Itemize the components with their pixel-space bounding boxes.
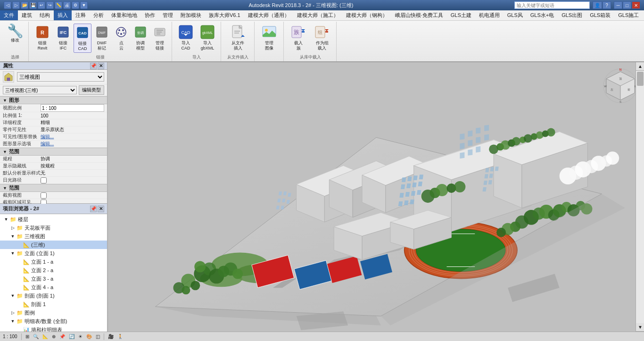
prop-clip-view-check[interactable]	[41, 192, 47, 199]
tree-ceilings[interactable]: ▷ 📁 天花板平面	[0, 224, 107, 232]
menu-addins[interactable]: 附加模块	[177, 10, 205, 20]
menu-gls-soil[interactable]: GLS土建	[447, 10, 475, 20]
ribbon-btn-point-cloud[interactable]: 点云	[112, 24, 130, 52]
section-graphics[interactable]: ▼ 图形	[0, 96, 107, 104]
menu-gls-measure[interactable]: GLS施工	[614, 10, 643, 20]
tree-elevation-4a[interactable]: 📐 立面 4 - a	[0, 283, 107, 291]
prop-visibility-link[interactable]: 编辑...	[41, 133, 54, 140]
tree-sched-1[interactable]: 📊 墙和柱明细表	[0, 325, 107, 332]
status-snap-icon[interactable]: ⊕	[52, 334, 56, 339]
menu-manage[interactable]: 管理	[159, 10, 177, 20]
viewcube[interactable]: 顶 左 前 N E W S	[602, 67, 639, 105]
menu-annotate[interactable]: 注释	[72, 10, 90, 20]
ribbon-btn-link-ifc[interactable]: IFC 链接IFC	[54, 24, 72, 52]
properties-pin[interactable]: 📌	[90, 63, 97, 69]
quick-access-forward[interactable]: ▷	[12, 1, 20, 9]
status-grid-icon[interactable]: ⊞	[25, 334, 29, 339]
tree-sections[interactable]: ▼ 📁 剖面 (剖面 1)	[0, 291, 107, 300]
tree-3d-view-item[interactable]: 📐 (三维)	[0, 241, 107, 249]
scroll-top[interactable]: ▲	[636, 62, 644, 71]
tree-elevation-3a[interactable]: 📐 立面 3 - a	[0, 274, 107, 283]
menu-collaborate[interactable]: 协作	[141, 10, 159, 20]
tree-elevations[interactable]: ▼ 📁 立面 (立面 1)	[0, 249, 107, 258]
menu-mnt-free[interactable]: 峨眉山快模·免费工具	[391, 10, 447, 20]
prop-type-select[interactable]: 三维视图	[17, 72, 104, 82]
menu-gls-box[interactable]: GLS箱装	[586, 10, 614, 20]
menu-arch-str[interactable]: 建模大师（钢构）	[342, 10, 391, 20]
tree-schedules[interactable]: ▼ 📁 明细表/数量 (全部)	[0, 317, 107, 325]
scroll-track[interactable]	[636, 71, 644, 323]
view-selector[interactable]: 三维视图:(三维)	[3, 86, 77, 94]
prop-view-scale-input[interactable]	[41, 104, 104, 112]
menu-insert[interactable]: 插入	[54, 10, 72, 20]
minimize-button[interactable]: ─	[614, 1, 622, 9]
ribbon-btn-load-family[interactable]: 族 载入族	[287, 24, 310, 52]
prop-graphic-display-link[interactable]: 编辑...	[41, 141, 54, 147]
scroll-bottom[interactable]: ▼	[636, 323, 644, 332]
browser-content[interactable]: ▼ 📁 楼层 ▷ 📁 天花板平面 ▼ 📁 三维视图 📐	[0, 214, 107, 332]
ribbon-btn-link-cad[interactable]: CAD 链接CAD	[74, 24, 91, 53]
quick-access-back[interactable]: ◁	[4, 1, 11, 9]
status-section-icon[interactable]: ◫	[96, 334, 100, 339]
close-button[interactable]: ✕	[632, 1, 640, 9]
ribbon-btn-link-revit[interactable]: R 链接Revit	[32, 24, 53, 52]
ribbon-btn-manage-image[interactable]: 管理图像	[258, 24, 281, 52]
quick-access-print[interactable]: 🖨	[63, 1, 71, 9]
menu-gls-wind[interactable]: GLS风	[504, 10, 527, 20]
menu-arch-con[interactable]: 建模大师（施工）	[293, 10, 342, 20]
status-render-icon[interactable]: 🎨	[86, 334, 92, 339]
tree-floors[interactable]: ▼ 📁 楼层	[0, 215, 107, 224]
ribbon-btn-load-as-group[interactable]: 组 作为组载入	[311, 24, 333, 52]
quick-access-save[interactable]: 💾	[29, 1, 37, 9]
help-button[interactable]: ?	[603, 1, 611, 9]
tree-section-1[interactable]: 📐 剖面 1	[0, 300, 107, 308]
prop-sunpath-check[interactable]	[41, 177, 47, 183]
menu-gls-draw[interactable]: GLS出图	[558, 10, 586, 20]
status-sun-icon[interactable]: ☀	[78, 334, 83, 339]
menu-analyze[interactable]: 分析	[90, 10, 107, 20]
tree-legends[interactable]: ▷ 📁 图例	[0, 308, 107, 317]
tree-elevation-2a[interactable]: 📐 立面 2 - a	[0, 266, 107, 274]
status-measure-icon[interactable]: 📐	[42, 334, 48, 339]
menu-mep[interactable]: 机电通用	[475, 10, 504, 20]
browser-pin[interactable]: 📌	[90, 206, 97, 212]
viewport[interactable]: ─ □ ✕	[107, 62, 644, 332]
browser-close[interactable]: ✕	[98, 206, 104, 212]
search-input[interactable]	[514, 1, 590, 9]
menu-arch-gen[interactable]: 建模大师（通用）	[244, 10, 293, 20]
menu-gls-water[interactable]: GLS水+电	[527, 10, 558, 20]
quick-access-redo[interactable]: ↪	[46, 1, 54, 9]
menu-library[interactable]: 族库大师V6.1	[205, 10, 244, 20]
edit-type-button[interactable]: 编辑类型	[79, 85, 104, 95]
quick-access-settings[interactable]: ⚙	[72, 1, 79, 9]
section-clip[interactable]: ▼ 范围	[0, 184, 107, 192]
quick-access-dropdown[interactable]: ▼	[80, 1, 88, 9]
quick-access-open[interactable]: 📂	[21, 1, 28, 9]
tree-3d-views[interactable]: ▼ 📁 三维视图	[0, 232, 107, 241]
ribbon-btn-from-file[interactable]: 从文件插入	[227, 24, 249, 52]
properties-close[interactable]: ✕	[98, 63, 104, 69]
status-walk-icon[interactable]: 🚶	[117, 334, 123, 339]
status-camera-icons[interactable]: 🎥	[108, 334, 114, 339]
quick-access-measure[interactable]: 📏	[55, 1, 62, 9]
menu-struct[interactable]: 结构	[36, 10, 54, 20]
ribbon-btn-dwf[interactable]: DWF DWF标记	[93, 24, 111, 52]
menu-file[interactable]: 文件	[0, 10, 18, 20]
status-zoom-icon[interactable]: 🔍	[33, 334, 39, 339]
scroll-thumb[interactable]	[637, 72, 644, 86]
ribbon-btn-import-gbxml[interactable]: gbXML 导入gbXML	[197, 24, 218, 52]
ribbon-btn-coord[interactable]: 协调 协调模型	[132, 24, 149, 52]
ribbon-btn-import-cad[interactable]: CAD 导入CAD	[175, 24, 196, 52]
status-pin-icon[interactable]: 📌	[59, 334, 65, 339]
section-range[interactable]: ▼ 范围	[0, 148, 107, 156]
ribbon-btn-manage-links[interactable]: 管理链接	[151, 24, 169, 52]
menu-build[interactable]: 建筑	[18, 10, 36, 20]
ribbon-btn-modify[interactable]: 🔧 修改	[5, 24, 25, 44]
quick-access-undo[interactable]: ↩	[38, 1, 45, 9]
nav-cube-svg: 顶 左 前 N E W S	[602, 67, 639, 105]
tree-elevation-1a[interactable]: 📐 立面 1 - a	[0, 258, 107, 266]
user-icon[interactable]: 👤	[593, 1, 602, 9]
menu-massing[interactable]: 体量和地地	[107, 10, 141, 20]
status-rotate-icon[interactable]: 🔄	[69, 334, 74, 339]
maximize-button[interactable]: □	[623, 1, 631, 9]
